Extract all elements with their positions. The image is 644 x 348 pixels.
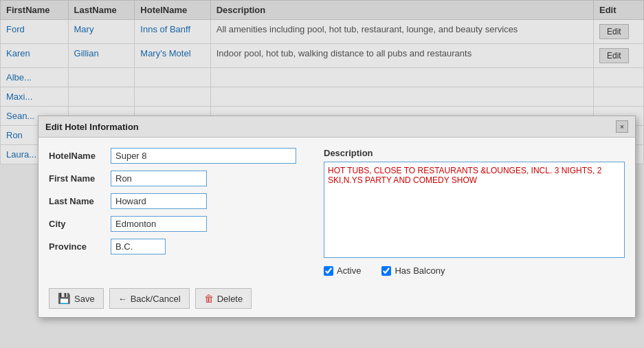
city-label: City	[49, 219, 111, 229]
back-cancel-label: Back/Cancel	[131, 294, 181, 304]
lastname-row: Last Name	[49, 193, 310, 209]
province-row: Province	[49, 239, 310, 254]
delete-button[interactable]: 🗑 Delete	[195, 288, 252, 309]
form-left: HotelName First Name Last Name City Prov…	[49, 148, 310, 276]
active-checkbox-item[interactable]: Active	[324, 265, 361, 276]
firstname-row: First Name	[49, 171, 310, 186]
modal-title: Edit Hotel Information	[45, 122, 139, 132]
province-label: Province	[49, 241, 111, 252]
save-icon: 💾	[58, 292, 71, 305]
description-label: Description	[324, 148, 625, 158]
checkboxes-row: Active Has Balcony	[324, 265, 625, 276]
active-label: Active	[337, 265, 361, 276]
hotelname-input[interactable]	[111, 148, 296, 164]
save-button[interactable]: 💾 Save	[49, 288, 104, 309]
back-cancel-button[interactable]: ← Back/Cancel	[109, 288, 190, 309]
save-label: Save	[74, 294, 95, 304]
hasbalcony-checkbox-item[interactable]: Has Balcony	[381, 265, 445, 276]
hotelname-label: HotelName	[49, 151, 111, 161]
active-checkbox[interactable]	[324, 266, 333, 276]
modal-footer: 💾 Save ← Back/Cancel 🗑 Delete	[38, 283, 635, 317]
description-textarea[interactable]: HOT TUBS, CLOSE TO RESTAURANTS &LOUNGES,…	[324, 162, 625, 258]
back-icon: ←	[118, 294, 127, 304]
modal-close-button[interactable]: ×	[616, 120, 628, 133]
firstname-input[interactable]	[111, 171, 207, 186]
province-input[interactable]	[111, 239, 166, 254]
hasbalcony-label: Has Balcony	[395, 265, 445, 276]
firstname-label: First Name	[49, 173, 111, 184]
city-input[interactable]	[111, 216, 207, 232]
edit-hotel-modal: Edit Hotel Information × HotelName First…	[38, 116, 636, 318]
delete-label: Delete	[217, 294, 243, 304]
city-row: City	[49, 216, 310, 232]
delete-icon: 🗑	[204, 293, 214, 304]
form-right: Description HOT TUBS, CLOSE TO RESTAURAN…	[324, 148, 625, 276]
hotelname-row: HotelName	[49, 148, 310, 164]
lastname-input[interactable]	[111, 193, 207, 209]
hasbalcony-checkbox[interactable]	[381, 266, 391, 276]
lastname-label: Last Name	[49, 196, 111, 206]
modal-header: Edit Hotel Information ×	[38, 116, 635, 138]
modal-body: HotelName First Name Last Name City Prov…	[38, 138, 635, 283]
